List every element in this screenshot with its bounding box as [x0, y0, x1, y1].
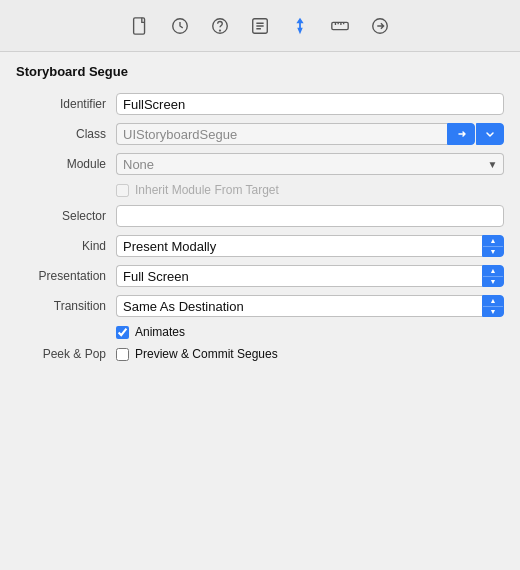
presentation-label: Presentation — [16, 269, 116, 283]
presentation-stepper-down[interactable]: ▼ — [483, 277, 503, 287]
file-icon[interactable] — [129, 15, 151, 37]
selector-label: Selector — [16, 209, 116, 223]
selector-row: Selector — [16, 205, 504, 227]
kind-label: Kind — [16, 239, 116, 253]
segue-icon[interactable] — [289, 15, 311, 37]
module-control: None ▼ — [116, 153, 504, 175]
identifier-row: Identifier — [16, 93, 504, 115]
presentation-control: Full Screen ▲ ▼ — [116, 265, 504, 287]
kind-row: Kind Present Modally ▲ ▼ — [16, 235, 504, 257]
kind-stepper-down[interactable]: ▼ — [483, 247, 503, 257]
identifier-label: Identifier — [16, 97, 116, 111]
inherit-row: Inherit Module From Target — [16, 183, 504, 197]
arrow-icon[interactable] — [369, 15, 391, 37]
class-input[interactable] — [116, 123, 447, 145]
animates-label: Animates — [135, 325, 185, 339]
transition-stepper[interactable]: ▲ ▼ — [482, 295, 504, 317]
ruler-icon[interactable] — [329, 15, 351, 37]
animates-checkbox-group: Animates — [116, 325, 185, 339]
preview-label: Preview & Commit Segues — [135, 347, 278, 361]
peek-label: Peek & Pop — [16, 347, 116, 361]
transition-stepper-up[interactable]: ▲ — [483, 296, 503, 307]
presentation-stepper[interactable]: ▲ ▼ — [482, 265, 504, 287]
class-row: Class — [16, 123, 504, 145]
module-select[interactable]: None — [116, 153, 482, 175]
list-icon[interactable] — [249, 15, 271, 37]
kind-stepper[interactable]: ▲ ▼ — [482, 235, 504, 257]
svg-rect-5 — [332, 22, 348, 29]
kind-control: Present Modally ▲ ▼ — [116, 235, 504, 257]
peek-content: Preview & Commit Segues — [116, 347, 278, 361]
identifier-control — [116, 93, 504, 115]
inherit-label: Inherit Module From Target — [135, 183, 279, 197]
animates-checkbox[interactable] — [116, 326, 129, 339]
inspector-panel: Storyboard Segue Identifier Class — [0, 52, 520, 377]
presentation-stepper-up[interactable]: ▲ — [483, 266, 503, 277]
class-label: Class — [16, 127, 116, 141]
peek-row: Peek & Pop Preview & Commit Segues — [16, 347, 504, 361]
transition-stepper-down[interactable]: ▼ — [483, 307, 503, 317]
animates-row: Animates — [16, 325, 504, 339]
transition-row: Transition Same As Destination ▲ ▼ — [16, 295, 504, 317]
transition-select[interactable]: Same As Destination — [116, 295, 482, 317]
kind-select[interactable]: Present Modally — [116, 235, 482, 257]
svg-rect-0 — [134, 17, 145, 33]
help-icon[interactable] — [209, 15, 231, 37]
selector-control — [116, 205, 504, 227]
selector-input[interactable] — [116, 205, 504, 227]
module-label: Module — [16, 157, 116, 171]
class-control — [116, 123, 504, 145]
peek-checkbox[interactable] — [116, 348, 129, 361]
presentation-row: Presentation Full Screen ▲ ▼ — [16, 265, 504, 287]
class-select-group — [116, 123, 504, 145]
identifier-input[interactable] — [116, 93, 504, 115]
inherit-checkbox-group: Inherit Module From Target — [116, 183, 279, 197]
transition-label: Transition — [16, 299, 116, 313]
transition-select-group: Same As Destination ▲ ▼ — [116, 295, 504, 317]
presentation-select-group: Full Screen ▲ ▼ — [116, 265, 504, 287]
module-row: Module None ▼ — [16, 153, 504, 175]
module-select-group: None ▼ — [116, 153, 504, 175]
clock-icon[interactable] — [169, 15, 191, 37]
class-navigate-button[interactable] — [447, 123, 475, 145]
module-dropdown-icon: ▼ — [482, 153, 504, 175]
kind-select-group: Present Modally ▲ ▼ — [116, 235, 504, 257]
panel-title: Storyboard Segue — [16, 64, 504, 79]
transition-control: Same As Destination ▲ ▼ — [116, 295, 504, 317]
class-dropdown-button[interactable] — [476, 123, 504, 145]
presentation-select[interactable]: Full Screen — [116, 265, 482, 287]
inherit-checkbox[interactable] — [116, 184, 129, 197]
kind-stepper-up[interactable]: ▲ — [483, 236, 503, 247]
svg-point-3 — [220, 30, 221, 31]
toolbar — [0, 0, 520, 52]
